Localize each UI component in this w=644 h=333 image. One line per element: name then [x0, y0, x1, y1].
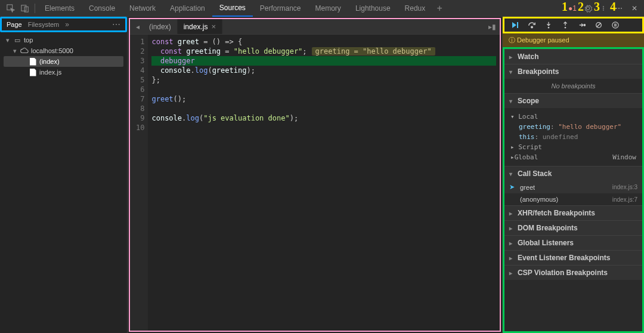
top-tab-elements[interactable]: Elements	[38, 0, 82, 17]
step-icon[interactable]	[576, 19, 588, 31]
navigator-tab-page[interactable]: Page	[7, 18, 22, 30]
top-tab-redux[interactable]: Redux	[398, 0, 433, 17]
code-area[interactable]: const greet = () => { const greeting = "…	[148, 35, 500, 331]
file-tab[interactable]: (index)	[143, 19, 178, 34]
navigator-tabs: Page Filesystem » ⋯	[0, 17, 127, 32]
code-line: console.log(greeting);	[151, 66, 496, 75]
frame-fn: (anonymous)	[520, 196, 558, 203]
divider	[35, 4, 35, 13]
pause-on-exceptions-icon[interactable]	[609, 19, 621, 31]
callstack-frame[interactable]: ➤greetindex.js:3	[504, 181, 642, 193]
navigator-pane: Page Filesystem » ⋯ ▾ ▭ top ▾ localhost:…	[0, 17, 128, 333]
panel-callstack[interactable]: ▾Call Stack	[504, 166, 642, 181]
navigator-overflow-icon[interactable]: ⋯	[112, 20, 120, 29]
close-tab-icon[interactable]: ×	[211, 22, 216, 31]
file-tabs: ◂ (index)index.js× ▸▮	[130, 19, 500, 35]
panel-dom[interactable]: ▸DOM Breakpoints	[504, 220, 642, 235]
panel-csp[interactable]: ▸CSP Violation Breakpoints	[504, 265, 642, 280]
code-line: const greet = () => {	[151, 37, 496, 47]
scope-variable[interactable]: greeting: "hello debugger"	[510, 122, 636, 132]
tree-host-label: localhost:5000	[31, 47, 73, 54]
devtools-top-tabs: ElementsConsoleNetworkApplicationSources…	[0, 0, 644, 17]
scope-script[interactable]: ▸ Script	[510, 142, 636, 152]
code-editor[interactable]: 12345678910 const greet = () => { const …	[130, 35, 500, 331]
window-icon: ▭	[13, 36, 21, 44]
svg-rect-1	[21, 5, 26, 11]
no-breakpoints-text: No breakpoints	[504, 79, 642, 93]
tree-file-label: (index)	[39, 58, 60, 65]
code-line	[151, 104, 496, 113]
step-into-icon[interactable]	[543, 19, 555, 31]
navigator-tab-filesystem[interactable]: Filesystem	[28, 18, 60, 30]
file-tab-label: index.js	[184, 23, 208, 31]
file-tab[interactable]: index.js×	[178, 19, 222, 34]
tree-file[interactable]: index.js	[4, 67, 123, 78]
scope-variable[interactable]: this: undefined	[510, 132, 636, 142]
top-tab-sources[interactable]: Sources	[212, 0, 253, 17]
frame-fn: greet	[520, 184, 535, 191]
scope-local[interactable]: ▾ Local	[510, 112, 636, 122]
top-tab-network[interactable]: Network	[122, 0, 163, 17]
svg-point-7	[584, 24, 586, 26]
top-tab-application[interactable]: Application	[163, 0, 212, 17]
resume-icon[interactable]	[509, 19, 521, 31]
frame-location: index.js:3	[612, 184, 637, 190]
code-line	[151, 123, 496, 132]
scope-global[interactable]: ▸ GlobalWindow	[510, 152, 636, 162]
inspect-icon[interactable]	[5, 3, 16, 14]
code-line	[151, 85, 496, 94]
editor-pane: ◂ (index)index.js× ▸▮ 12345678910 const …	[129, 18, 501, 332]
svg-point-5	[548, 27, 550, 29]
code-line: debugger	[151, 56, 496, 66]
deactivate-breakpoints-icon[interactable]	[593, 19, 605, 31]
annotation-overlay: 1 2 3 4	[562, 0, 620, 14]
file-icon	[29, 57, 37, 66]
panel-global-listeners[interactable]: ▸Global Listeners	[504, 235, 642, 250]
top-tab-lighthouse[interactable]: Lighthouse	[348, 0, 398, 17]
svg-point-4	[531, 26, 533, 28]
svg-point-9	[612, 22, 618, 28]
panel-breakpoints[interactable]: ▾Breakpoints	[504, 64, 642, 79]
top-tab-memory[interactable]: Memory	[308, 0, 348, 17]
debugger-pane: ⓘ Debugger paused ▸Watch ▾Breakpoints No…	[502, 17, 644, 333]
step-out-icon[interactable]	[559, 19, 571, 31]
tree-host[interactable]: ▾ localhost:5000	[4, 45, 123, 56]
callstack-frame[interactable]: (anonymous)index.js:7	[504, 193, 642, 205]
panel-scope[interactable]: ▾Scope	[504, 93, 642, 108]
svg-rect-3	[517, 22, 518, 28]
inline-value-preview: greeting = "hello debugger"	[312, 47, 435, 56]
scope-body: ▾ Local greeting: "hello debugger"this: …	[504, 108, 642, 166]
tree-top-label: top	[24, 36, 33, 44]
svg-rect-10	[614, 23, 615, 26]
tabs-scroll-left-icon[interactable]: ◂	[132, 23, 143, 31]
debugger-status: ⓘ Debugger paused	[503, 33, 644, 47]
close-devtools-icon[interactable]: ✕	[628, 2, 640, 14]
svg-point-6	[565, 27, 566, 29]
code-line: greet();	[151, 94, 496, 104]
panel-xhr[interactable]: ▸XHR/fetch Breakpoints	[504, 205, 642, 220]
device-toggle-icon[interactable]	[20, 3, 30, 14]
debugger-controls	[503, 17, 644, 33]
panel-event-listener[interactable]: ▸Event Listener Breakpoints	[504, 250, 642, 265]
debugger-panels: ▸Watch ▾Breakpoints No breakpoints ▾Scop…	[503, 47, 644, 333]
code-line: const greeting = "hello debugger";greeti…	[151, 47, 496, 56]
file-tree: ▾ ▭ top ▾ localhost:5000 (index)index.js	[0, 32, 127, 80]
tree-file-label: index.js	[39, 69, 61, 76]
code-line: };	[151, 75, 496, 85]
panel-watch[interactable]: ▸Watch	[504, 49, 642, 64]
show-navigator-icon[interactable]: ▸▮	[487, 23, 497, 31]
frame-location: index.js:7	[612, 196, 637, 203]
step-over-icon[interactable]	[526, 19, 538, 31]
frame-marker-icon: ➤	[509, 183, 516, 191]
file-icon	[29, 68, 37, 76]
top-tab-performance[interactable]: Performance	[253, 0, 308, 17]
file-tab-label: (index)	[149, 23, 171, 31]
top-tab-console[interactable]: Console	[82, 0, 122, 17]
navigator-more-icon[interactable]: »	[65, 20, 69, 29]
svg-rect-11	[615, 23, 616, 26]
line-gutter[interactable]: 12345678910	[130, 35, 148, 331]
cloud-icon	[20, 47, 29, 55]
tree-top[interactable]: ▾ ▭ top	[4, 35, 123, 45]
add-tab-icon[interactable]: +	[434, 3, 445, 14]
tree-file[interactable]: (index)	[4, 56, 123, 67]
